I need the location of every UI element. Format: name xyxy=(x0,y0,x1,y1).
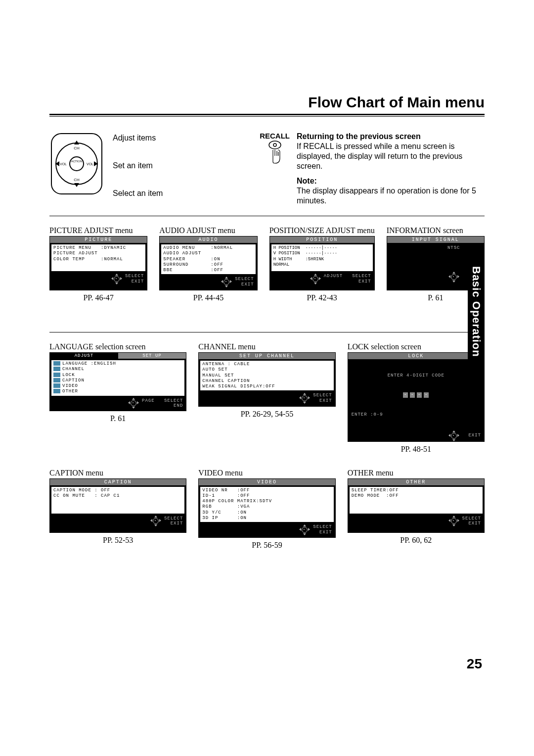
lock-prompt: ENTER 4-DIGIT CODE xyxy=(352,373,481,378)
label-adjust: Adjust items xyxy=(113,134,163,142)
osd-foot: SELECT EXIT xyxy=(50,515,186,529)
foot-text: SELECT EXIT xyxy=(462,516,481,527)
recall-heading: Returning to the previous screen xyxy=(297,132,485,142)
menu-row-3: CAPTION menu CAPTION CAPTION MODE : OFF … xyxy=(49,459,485,555)
osd-foot: SELECT EXIT xyxy=(199,523,335,537)
svg-point-2 xyxy=(70,157,84,171)
cell-pp: PP. 48-51 xyxy=(348,445,485,454)
osd-foot: SELECT EXIT xyxy=(50,273,147,286)
page-number: 25 xyxy=(467,656,482,672)
manual-page: Flow Chart of Main menu ACTION CH CH VOL xyxy=(0,0,534,756)
osd-body: AUDIO MENU :NORMAL AUDIO ADJUST SPEAKER … xyxy=(161,244,255,274)
svg-text:ACTION: ACTION xyxy=(71,160,83,163)
note-body: The display disappears if no operation i… xyxy=(297,186,485,206)
foot-text: SELECT EXIT xyxy=(313,524,332,535)
tab-setup: SET UP xyxy=(118,353,186,359)
position-adjust-cell: POSITION/SIZE ADJUST menu POSITION H POS… xyxy=(269,226,375,302)
osd-body: SLEEP TIMER:OFF DEMO MODE :OFF xyxy=(350,487,483,514)
cell-title: CAPTION menu xyxy=(49,469,186,477)
osd-body: VIDEO NR :OFF ID-1 :OFF 480P COLOR MATRI… xyxy=(200,487,333,522)
rule-thick xyxy=(49,114,485,115)
menu-row-1: PICTURE ADJUST menu PICTURE PICTURE MENU… xyxy=(49,216,485,307)
cell-title: AUDIO ADJUST menu xyxy=(159,226,257,235)
osd-title: AUDIO xyxy=(160,236,257,243)
lock-range: ENTER :0-9 xyxy=(352,412,481,418)
osd-title: LOCK xyxy=(348,353,484,359)
svg-point-13 xyxy=(273,143,276,146)
recall-label: RECALL xyxy=(260,132,290,140)
osd-foot: SELECT EXIT xyxy=(348,515,484,529)
note-label: Note: xyxy=(297,176,485,186)
svg-text:CH: CH xyxy=(74,146,80,150)
lock-code-boxes: ---- xyxy=(352,392,481,398)
cell-title: PICTURE ADJUST menu xyxy=(49,226,147,235)
osd-body: ENTER 4-DIGIT CODE ---- ENTER :0-9 xyxy=(350,361,483,430)
dpad-icon xyxy=(310,276,321,283)
svg-marker-4 xyxy=(74,141,79,144)
osd-lock: LOCK ENTER 4-DIGIT CODE ---- ENTER :0-9 … xyxy=(348,352,485,442)
osd-title: INPUT SIGNAL xyxy=(387,236,484,243)
cell-title: CHANNEL menu xyxy=(198,342,335,351)
audio-adjust-cell: AUDIO ADJUST menu AUDIO AUDIO MENU :NORM… xyxy=(159,226,257,302)
osd-picture: PICTURE PICTURE MENU :DYNAMIC PICTURE AD… xyxy=(49,236,147,290)
foot-text: SELECT EXIT xyxy=(125,274,144,284)
cell-pp: PP. 46-47 xyxy=(49,293,147,302)
svg-text:VOL: VOL xyxy=(60,162,67,166)
osd-title: POSITION xyxy=(270,236,374,243)
osd-foot: PAGE SELECT END xyxy=(50,397,186,411)
svg-text:CH: CH xyxy=(74,178,80,182)
svg-marker-5 xyxy=(74,183,79,187)
foot-text: PAGE SELECT END xyxy=(142,398,183,409)
osd-foot: EXIT xyxy=(348,431,484,441)
osd-language: ADJUST SET UP LANGUAGE :ENGLISHCHANNELLO… xyxy=(49,352,186,411)
osd-position: POSITION H POSITION ······|····· V POSIT… xyxy=(269,236,375,290)
page-title: Flow Chart of Main menu xyxy=(49,94,485,111)
recall-block: RECALL Returning to the previous screen … xyxy=(260,132,485,206)
dpad-icon xyxy=(150,518,161,524)
dpad-icon xyxy=(448,274,459,281)
dpad-icon xyxy=(299,395,310,402)
dpad-icon xyxy=(448,518,459,524)
osd-body: CAPTION MODE : OFF CC ON MUTE : CAP C1 xyxy=(51,487,184,514)
osd-foot: SELECT EXIT xyxy=(160,276,257,289)
osd-foot: SELECT EXIT xyxy=(199,392,335,406)
osd-title: CAPTION xyxy=(50,479,186,485)
section-tab: Basic Operation xyxy=(468,247,485,376)
dpad-icon xyxy=(448,432,459,439)
osd-title: OTHER xyxy=(348,479,484,485)
dpad-icon xyxy=(128,400,139,407)
cell-pp: P. 61 xyxy=(49,414,186,423)
osd-body: ANTENNA : CABLE AUTO SET MANUAL SET CHAN… xyxy=(200,361,333,390)
label-set: Set an item xyxy=(113,161,163,170)
foot-text: SELECT EXIT xyxy=(313,393,332,404)
cell-pp: PP. 60, 62 xyxy=(348,536,485,545)
cell-title: VIDEO menu xyxy=(198,469,335,477)
osd-title: PICTURE xyxy=(50,236,147,243)
cell-pp: PP. 52-53 xyxy=(49,536,186,545)
foot-text: SELECT EXIT xyxy=(164,516,183,527)
cell-title: POSITION/SIZE ADJUST menu xyxy=(269,226,375,235)
osd-title: SET UP CHANNEL xyxy=(199,353,335,359)
osd-other: OTHER SLEEP TIMER:OFF DEMO MODE :OFF SEL… xyxy=(348,478,485,533)
top-section: ACTION CH CH VOL VOL Adjust items Set an… xyxy=(49,117,485,216)
recall-body: If RECALL is pressed while a menu screen… xyxy=(297,142,485,171)
picture-adjust-cell: PICTURE ADJUST menu PICTURE PICTURE MENU… xyxy=(49,226,147,302)
foot-text: EXIT xyxy=(462,433,481,438)
osd-tabs: ADJUST SET UP xyxy=(50,353,186,359)
osd-audio: AUDIO AUDIO MENU :NORMAL AUDIO ADJUST SP… xyxy=(159,236,257,290)
svg-text:VOL: VOL xyxy=(87,162,93,166)
osd-video: VIDEO VIDEO NR :OFF ID-1 :OFF 480P COLOR… xyxy=(198,478,335,538)
cell-title: OTHER menu xyxy=(348,469,485,477)
recall-text: Returning to the previous screen If RECA… xyxy=(297,132,485,206)
svg-point-12 xyxy=(269,141,281,149)
cell-title: LANGUAGE selection screen xyxy=(49,342,186,351)
cell-title: LOCK selection screen xyxy=(348,342,485,351)
menu-row-2: LANGUAGE selection screen ADJUST SET UP … xyxy=(49,332,485,459)
foot-text: ADJUST SELECT EXIT xyxy=(324,274,371,284)
osd-body: LANGUAGE :ENGLISHCHANNELLOCKCAPTIONVIDEO… xyxy=(51,360,184,396)
label-select: Select an item xyxy=(113,189,163,198)
control-pad-icon: ACTION CH CH VOL VOL xyxy=(49,132,104,206)
cell-pp: PP. 42-43 xyxy=(269,293,375,302)
osd-channel: SET UP CHANNEL ANTENNA : CABLE AUTO SET … xyxy=(198,352,335,407)
dpad-icon xyxy=(299,526,310,533)
